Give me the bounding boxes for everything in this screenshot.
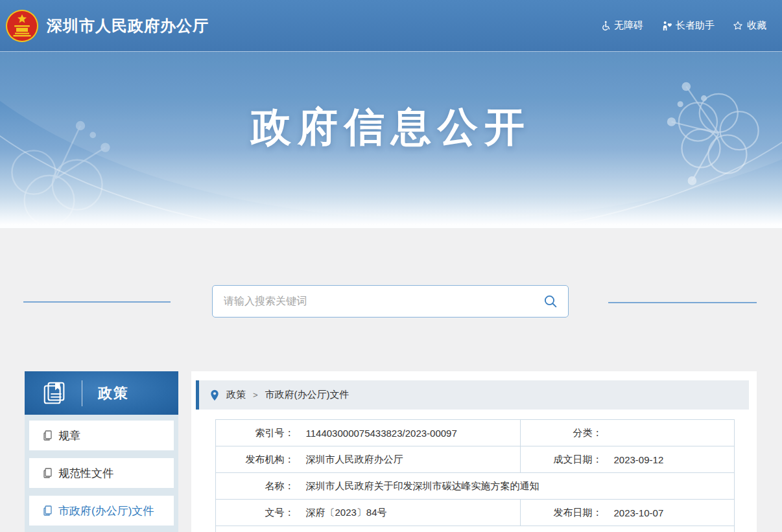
header-link-label: 长者助手 (676, 19, 715, 32)
book-icon (41, 380, 69, 407)
site-title: 深圳市人民政府办公厅 (47, 16, 209, 36)
table-value (216, 526, 735, 532)
table-label: 发布日期： (521, 500, 605, 526)
table-label: 文号： (216, 500, 297, 526)
sidebar-item-label: 规章 (58, 428, 80, 443)
table-value: 114403000075433823/2023-00097 (297, 420, 521, 446)
page-title: 政府信息公开 (0, 100, 782, 154)
header-link-1[interactable]: 无障碍 (600, 19, 643, 32)
page-banner: 政府信息公开 (0, 52, 782, 228)
doc-icon (43, 505, 53, 516)
document-meta-table: 索引号：114403000075433823/2023-00097分类：发布机构… (215, 419, 735, 532)
breadcrumb-link[interactable]: 政策 (226, 389, 246, 401)
header-link-label: 无障碍 (614, 19, 643, 32)
table-row: 文号：深府〔2023〕84号发布日期：2023-10-07 (216, 500, 735, 526)
elder-assist-icon (661, 21, 672, 31)
breadcrumb: 政策>市政府(办公厅)文件 (196, 380, 749, 410)
header-utility-links: 无障碍长者助手收藏 (600, 19, 766, 32)
table-label: 名称： (216, 473, 297, 500)
search-button[interactable] (539, 294, 568, 308)
table-value: 深圳市人民政府办公厅 (297, 446, 521, 473)
table-row: 发布机构：深圳市人民政府办公厅成文日期：2023-09-12 (216, 446, 735, 473)
table-label: 分类： (521, 420, 605, 446)
search-section (0, 228, 782, 371)
table-label: 成文日期： (521, 446, 605, 473)
table-row (216, 526, 735, 532)
star-icon (733, 21, 743, 31)
table-value: 2023-10-07 (605, 500, 735, 526)
sidebar-item-label: 市政府(办公厅)文件 (58, 503, 154, 518)
sidebar-item-3[interactable]: 市政府(办公厅)文件 (29, 496, 174, 526)
sidebar-item-1[interactable]: 规章 (29, 421, 174, 450)
header-link-3[interactable]: 收藏 (733, 19, 766, 32)
decorative-line-right (608, 302, 757, 303)
sidebar-menu: 规章规范性文件市政府(办公厅)文件 (25, 415, 178, 526)
content-area: 政策 规章规范性文件市政府(办公厅)文件 政策>市政府(办公厅)文件 索引号：1… (0, 371, 782, 532)
breadcrumb-current: 市政府(办公厅)文件 (265, 389, 350, 401)
search-box (212, 285, 569, 318)
doc-icon (43, 430, 53, 441)
header-link-2[interactable]: 长者助手 (661, 19, 715, 32)
sidebar-item-label: 规范性文件 (58, 466, 113, 481)
site-brand: 深圳市人民政府办公厅 (5, 9, 600, 43)
main-panel: 政策>市政府(办公厅)文件 索引号：114403000075433823/202… (191, 371, 757, 532)
breadcrumb-separator: > (253, 390, 258, 400)
table-value (605, 420, 735, 446)
accessibility-icon (600, 21, 610, 31)
breadcrumb-items: 政策>市政府(办公厅)文件 (226, 389, 350, 401)
sidebar-header: 政策 (25, 371, 178, 415)
national-emblem-icon (5, 9, 39, 43)
sidebar-title: 政策 (98, 384, 129, 403)
table-row: 索引号：114403000075433823/2023-00097分类： (216, 420, 735, 446)
search-icon (543, 294, 558, 308)
sidebar-header-divider (82, 380, 82, 406)
header-link-label: 收藏 (747, 19, 766, 32)
sidebar-item-2[interactable]: 规范性文件 (29, 458, 174, 488)
table-label: 发布机构： (216, 446, 297, 473)
search-input[interactable] (213, 286, 539, 317)
table-value: 深府〔2023〕84号 (297, 500, 521, 526)
table-label: 索引号： (216, 420, 297, 446)
table-row: 名称：深圳市人民政府关于印发深圳市碳达峰实施方案的通知 (216, 473, 735, 500)
table-value: 2023-09-12 (605, 446, 735, 473)
table-value: 深圳市人民政府关于印发深圳市碳达峰实施方案的通知 (297, 473, 735, 500)
location-pin-icon (210, 389, 219, 401)
doc-icon (43, 468, 53, 478)
sidebar: 政策 规章规范性文件市政府(办公厅)文件 (25, 371, 178, 532)
decorative-line-left (23, 301, 171, 303)
top-header-bar: 深圳市人民政府办公厅 无障碍长者助手收藏 (0, 0, 782, 52)
